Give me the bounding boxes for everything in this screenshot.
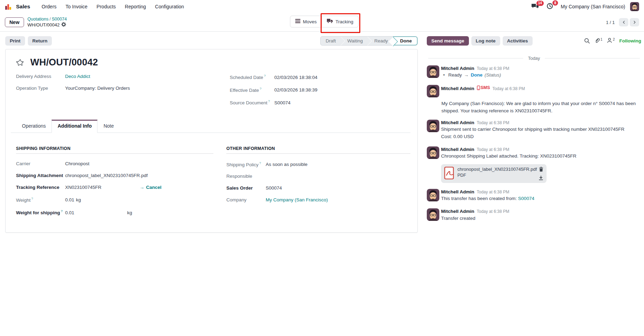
- carrier-value[interactable]: Chronopost: [65, 161, 89, 166]
- message-author[interactable]: Mitchell Admin: [441, 189, 474, 195]
- shipping-policy-value[interactable]: As soon as possible: [266, 162, 307, 167]
- breadcrumb-sale-order-link[interactable]: S00074: [52, 17, 67, 22]
- field-label-weight: Weight?: [16, 197, 65, 203]
- tracking-old-value: Ready: [448, 72, 462, 78]
- avatar: [427, 85, 439, 97]
- company-link[interactable]: My Company (San Francisco): [266, 197, 328, 202]
- message-body: Shipment sent to carrier Chronopost for …: [441, 126, 641, 133]
- tab-note[interactable]: Note: [97, 120, 120, 133]
- message-body: Chronopost Shipping Label attached. Trac…: [441, 153, 641, 160]
- sales-order-value[interactable]: S00074: [266, 185, 282, 191]
- source-document-value[interactable]: S00074: [274, 100, 291, 105]
- message-transfer-created: Mitchell Admin Today at 6:38 PM Transfer…: [427, 208, 641, 222]
- return-button[interactable]: Return: [28, 36, 52, 46]
- tracking-change-line: •Ready→Done(Status): [441, 72, 641, 79]
- user-avatar[interactable]: [630, 2, 639, 11]
- messages-badge: 14: [536, 1, 544, 6]
- nav-item-to-invoice[interactable]: To Invoice: [62, 2, 91, 11]
- help-marker: ?: [268, 99, 270, 103]
- download-attachment-icon[interactable]: [539, 176, 543, 181]
- pdf-icon: [444, 167, 454, 181]
- message-author[interactable]: Mitchell Admin: [441, 86, 474, 92]
- app-menu-sales[interactable]: Sales: [16, 3, 30, 10]
- message-status-change: Mitchell Admin Today at 6:38 PM •Ready→D…: [427, 65, 641, 79]
- breadcrumb-record-name: WH/OUT/00042: [28, 22, 60, 27]
- help-marker: ?: [260, 87, 261, 90]
- message-author[interactable]: Mitchell Admin: [441, 146, 474, 153]
- attachment-card[interactable]: chronopost_label_XN023100745FR.pdf PDF: [441, 164, 547, 183]
- tab-additional-info[interactable]: Additional Info: [52, 120, 97, 133]
- activities-button[interactable]: Activities: [503, 36, 533, 46]
- avatar: [427, 120, 439, 132]
- field-label-scheduled-date: Scheduled Date?: [230, 74, 274, 80]
- nav-item-reporting[interactable]: Reporting: [121, 2, 150, 11]
- weight-for-shipping-value[interactable]: 0.01: [65, 210, 74, 215]
- new-button[interactable]: New: [5, 17, 24, 27]
- message-author[interactable]: Mitchell Admin: [441, 120, 474, 126]
- weight-for-shipping-unit: kg: [127, 210, 132, 215]
- breadcrumb: Quotations/S00074 WH/OUT/00042: [28, 17, 67, 28]
- nav-item-orders[interactable]: Orders: [38, 2, 61, 11]
- shipping-attachment-value[interactable]: chronopost_label_XN023100745FR.pdf: [65, 173, 148, 178]
- log-note-button[interactable]: Log note: [471, 36, 500, 46]
- followers-button[interactable]: 2: [607, 38, 615, 44]
- search-messages-button[interactable]: [584, 38, 590, 44]
- status-step-draft[interactable]: Draft: [321, 37, 341, 45]
- delivery-address-link[interactable]: Deco Addict: [65, 74, 90, 79]
- message-time: Today at 6:38 PM: [477, 189, 509, 195]
- attachments-count: 1: [600, 38, 603, 41]
- nav-item-configuration[interactable]: Configuration: [151, 2, 188, 11]
- field-label-source-document: Source Document?: [230, 99, 274, 105]
- field-label-shipping-attachment: Shipping Attachment: [16, 173, 65, 178]
- section-divider: [226, 153, 410, 154]
- followers-count: 2: [613, 38, 615, 41]
- message-body: This transfer has been created from:: [441, 196, 518, 201]
- chatter-panel: Send message Log note Activities 1 2 Fol: [418, 32, 644, 228]
- source-order-link[interactable]: S00074: [518, 196, 534, 201]
- send-message-button[interactable]: Send message: [427, 36, 469, 46]
- tracking-button[interactable]: Tracking: [322, 16, 358, 27]
- status-step-done[interactable]: Done: [393, 37, 417, 45]
- avatar: [427, 208, 439, 221]
- print-button[interactable]: Print: [5, 36, 25, 46]
- bullet: •: [443, 72, 445, 78]
- company-switcher[interactable]: My Company (San Francisco): [561, 4, 625, 9]
- pager-previous-button[interactable]: [619, 18, 628, 26]
- avatar: [427, 189, 439, 201]
- message-author[interactable]: Mitchell Admin: [441, 65, 474, 72]
- other-information-heading: OTHER INFORMATION: [226, 146, 410, 151]
- message-time: Today at 6:38 PM: [477, 209, 509, 214]
- pager-next-button[interactable]: [630, 18, 639, 26]
- following-button[interactable]: Following: [619, 38, 641, 43]
- form-sheet: WH/OUT/00042 Delivery Address Deco Addic…: [5, 49, 418, 233]
- avatar: [427, 65, 439, 78]
- cancel-shipment-button[interactable]: →Cancel: [140, 185, 162, 190]
- odoo-logo-icon[interactable]: [5, 3, 12, 10]
- nav-item-products[interactable]: Products: [93, 2, 119, 11]
- message-shipment-sent: Mitchell Admin Today at 6:38 PM Shipment…: [427, 120, 641, 141]
- cancel-label: Cancel: [146, 185, 162, 190]
- arrow-right-icon: →: [140, 185, 144, 190]
- day-divider: Today: [428, 56, 640, 61]
- moves-button[interactable]: Moves: [290, 16, 322, 27]
- activities-menu-button[interactable]: 8: [547, 3, 556, 10]
- field-label-tracking-reference: Tracking Reference: [16, 185, 65, 190]
- field-label-carrier: Carrier: [16, 161, 65, 166]
- tracking-reference-value[interactable]: XN023100745FR: [65, 185, 101, 190]
- attachments-button[interactable]: 1: [595, 38, 603, 45]
- status-step-done-label: Done: [400, 38, 412, 43]
- section-divider: [16, 153, 213, 154]
- weight-unit: kg: [76, 197, 81, 202]
- breadcrumb-quotations-link[interactable]: Quotations: [28, 17, 48, 22]
- favorite-star-icon[interactable]: [16, 58, 24, 67]
- message-body: My Company (San Francisco): We are glad …: [440, 100, 641, 115]
- person-icon: [607, 38, 612, 44]
- help-marker: ?: [31, 197, 33, 200]
- field-label-responsible: Responsible: [226, 174, 266, 179]
- scheduled-date-value[interactable]: 02/03/2026 18:38:04: [274, 75, 317, 80]
- delete-attachment-icon[interactable]: [539, 167, 543, 172]
- gear-icon[interactable]: [61, 22, 66, 28]
- tab-operations[interactable]: Operations: [16, 120, 52, 133]
- message-author[interactable]: Mitchell Admin: [441, 208, 474, 215]
- messages-menu-button[interactable]: 14: [531, 3, 542, 10]
